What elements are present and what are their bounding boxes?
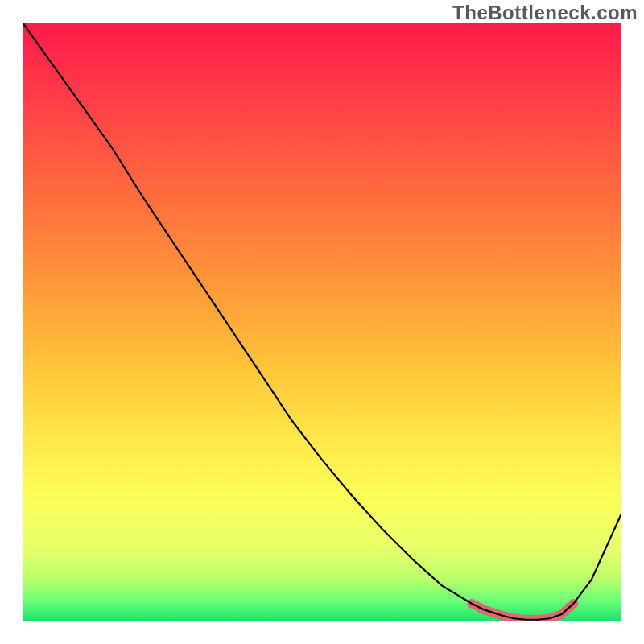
chart-background xyxy=(23,23,621,621)
chart-frame: TheBottleneck.com xyxy=(0,0,644,644)
chart-plot-area xyxy=(23,23,621,621)
watermark-text: TheBottleneck.com xyxy=(452,2,638,24)
chart-svg xyxy=(23,23,621,621)
